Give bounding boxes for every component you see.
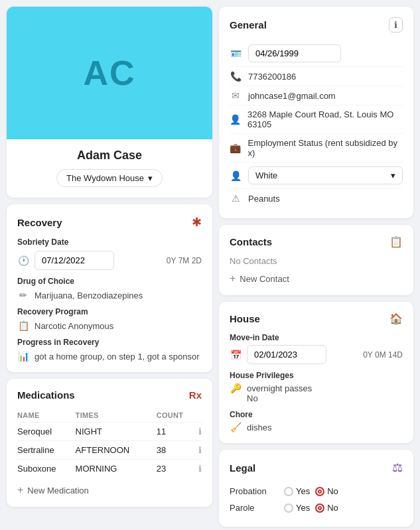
allergy-icon: ⚠ — [230, 193, 242, 204]
parole-no-option[interactable]: No — [315, 503, 338, 513]
movein-duration: 0Y 0M 14D — [363, 350, 403, 360]
medications-title: Medications — [17, 389, 75, 401]
person-icon: 👤 — [230, 170, 242, 181]
med-times: AFTERNOON — [76, 441, 157, 460]
med-times: MORNING — [76, 460, 157, 478]
no-contacts-text: No Contacts — [230, 256, 403, 266]
email-row: ✉ johncase1@gmail.com — [230, 86, 403, 105]
med-info-icon[interactable]: ℹ — [196, 460, 202, 478]
add-medication-button[interactable]: + New Medication — [17, 484, 89, 496]
drug-value: Marijuana, Benzodiazepines — [35, 291, 143, 300]
location-icon: 👤 — [230, 114, 241, 125]
chore-value: dishes — [247, 423, 272, 432]
plus-icon: + — [17, 484, 23, 496]
add-medication-label: New Medication — [27, 486, 89, 496]
program-value: Narcotic Anonymous — [35, 321, 113, 331]
med-info-icon[interactable]: ℹ — [196, 441, 202, 460]
contacts-title: Contacts — [230, 236, 272, 247]
med-times: NIGHT — [76, 423, 157, 441]
drug-label: Drug of Choice — [17, 277, 202, 286]
phone-row: 📞 7736200186 — [230, 67, 403, 86]
col-name: Name — [17, 409, 76, 423]
probation-no-radio[interactable] — [315, 487, 324, 496]
briefcase-icon: 💼 — [230, 143, 242, 153]
probation-radio-group: Yes No — [284, 486, 338, 496]
phone-value: 7736200186 — [248, 72, 296, 82]
address-row: 👤 3268 Maple Court Road, St. Louis MO 63… — [230, 105, 403, 134]
med-name: Suboxone — [17, 460, 76, 478]
info-icon: ℹ — [394, 20, 397, 30]
probation-yes-option[interactable]: Yes — [284, 486, 310, 496]
house-name: The Wydown House — [66, 173, 144, 183]
legal-card: Legal ⚖ Probation Yes No Parole — [219, 450, 413, 527]
dob-row: 🪪 — [230, 40, 403, 67]
privileges-sub: No — [247, 393, 403, 403]
employment-row: 💼 Employment Status (rent subsidized by … — [230, 134, 403, 163]
medications-table: Name Times Count Seroquel NIGHT 11 ℹ Ser… — [17, 409, 202, 478]
general-title: General — [230, 19, 267, 31]
parole-yes-label: Yes — [296, 503, 310, 513]
chart-icon: 📊 — [17, 351, 29, 362]
chevron-down-icon: ▾ — [148, 173, 153, 183]
add-contact-button[interactable]: + New Contact — [230, 273, 289, 285]
progress-value: got a home group, on step 1, got a spons… — [35, 352, 200, 362]
chevron-down-icon: ▾ — [391, 170, 395, 180]
col-times: Times — [76, 409, 157, 423]
profile-initials: AC — [83, 53, 135, 93]
col-count: Count — [157, 409, 197, 423]
phone-icon: 📞 — [230, 71, 242, 82]
broom-icon: 🧹 — [230, 422, 242, 432]
sobriety-duration: 0Y 7M 2D — [167, 256, 202, 265]
med-info-icon[interactable]: ℹ — [196, 423, 202, 441]
parole-no-label: No — [327, 503, 338, 513]
house-title: House — [230, 313, 260, 324]
table-row: Seroquel NIGHT 11 ℹ — [17, 423, 202, 441]
progress-label: Progress in Recovery — [17, 338, 202, 347]
recovery-title: Recovery — [17, 217, 62, 228]
contacts-icon: 📋 — [389, 235, 403, 248]
probation-label: Probation — [230, 486, 276, 496]
race-select[interactable]: White ▾ — [248, 166, 403, 184]
profile-card: AC Adam Case The Wydown House ▾ — [7, 7, 212, 198]
table-row: Suboxone MORNING 23 ℹ — [17, 460, 202, 478]
clock-icon: 🕐 — [17, 255, 29, 266]
parole-radio-group: Yes No — [284, 503, 338, 513]
parole-yes-radio[interactable] — [284, 503, 293, 513]
table-row: Sertraline AFTERNOON 38 ℹ — [17, 441, 202, 460]
dob-input[interactable] — [248, 44, 341, 62]
address-value: 3268 Maple Court Road, St. Louis MO 6310… — [247, 109, 403, 129]
probation-no-option[interactable]: No — [315, 486, 338, 496]
parole-row: Parole Yes No — [230, 499, 403, 516]
parole-yes-option[interactable]: Yes — [284, 503, 310, 513]
gavel-icon: ⚖ — [392, 460, 403, 475]
pencil-icon: ✏ — [17, 290, 29, 300]
probation-no-label: No — [327, 486, 338, 496]
med-name: Seroquel — [17, 423, 76, 441]
race-value: White — [255, 170, 277, 180]
movein-label: Move-in Date — [230, 333, 403, 342]
race-row: 👤 White ▾ — [230, 163, 403, 189]
house-selector[interactable]: The Wydown House ▾ — [56, 169, 163, 187]
parole-no-radio[interactable] — [315, 503, 324, 513]
movein-date-input[interactable] — [247, 345, 326, 364]
sobriety-date-input[interactable] — [35, 251, 114, 270]
med-count: 11 — [157, 423, 197, 441]
key-icon: 🔑 — [230, 383, 242, 393]
parole-label: Parole — [230, 503, 276, 513]
email-value: johncase1@gmail.com — [248, 91, 336, 101]
probation-row: Probation Yes No — [230, 483, 403, 499]
privileges-value: overnight passes — [247, 383, 312, 393]
chore-label: Chore — [230, 410, 403, 419]
profile-name: Adam Case — [17, 149, 202, 163]
profile-avatar-bg: AC — [7, 7, 212, 139]
clipboard-icon: 📋 — [17, 320, 29, 331]
info-button[interactable]: ℹ — [389, 17, 403, 33]
add-contact-label: New Contact — [240, 274, 289, 284]
sobriety-label: Sobriety Date — [17, 237, 202, 247]
med-name: Sertraline — [17, 441, 76, 460]
rx-icon: Rx — [189, 389, 202, 401]
plus-icon: + — [230, 273, 236, 285]
probation-yes-radio[interactable] — [284, 487, 293, 496]
recovery-card: Recovery ✱ Sobriety Date 🕐 0Y 7M 2D Drug… — [7, 204, 212, 372]
contacts-card: Contacts 📋 No Contacts + New Contact — [219, 225, 413, 295]
